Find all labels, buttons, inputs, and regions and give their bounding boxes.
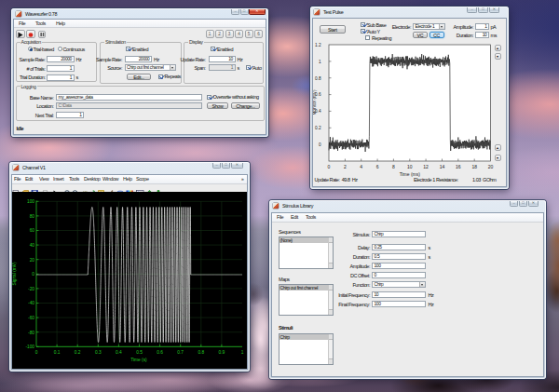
svg-text:0.5: 0.5 bbox=[136, 350, 143, 355]
svg-text:-80: -80 bbox=[28, 331, 34, 335]
svg-text:0.2: 0.2 bbox=[75, 350, 81, 355]
svg-text:0.7: 0.7 bbox=[177, 350, 184, 355]
svg-text:0.3: 0.3 bbox=[95, 350, 102, 355]
svg-text:6: 6 bbox=[376, 164, 379, 169]
svg-text:8: 8 bbox=[392, 164, 395, 169]
svg-text:0.8: 0.8 bbox=[198, 350, 204, 355]
svg-text:0: 0 bbox=[32, 272, 34, 277]
svg-text:0: 0 bbox=[328, 164, 331, 169]
svg-text:0.6: 0.6 bbox=[157, 350, 163, 355]
svg-text:0: 0 bbox=[35, 350, 38, 355]
svg-text:-40: -40 bbox=[28, 301, 34, 305]
svg-text:0.9: 0.9 bbox=[219, 350, 225, 355]
svg-text:1.2: 1.2 bbox=[315, 43, 321, 47]
svg-text:0.4: 0.4 bbox=[116, 350, 122, 355]
svg-text:1: 1 bbox=[319, 60, 321, 64]
svg-text:20: 20 bbox=[488, 164, 494, 169]
svg-text:-20: -20 bbox=[28, 287, 34, 291]
svg-text:0: 0 bbox=[319, 142, 321, 147]
svg-text:Signal (mV): Signal (mV) bbox=[12, 262, 17, 285]
svg-text:20: 20 bbox=[30, 258, 35, 263]
svg-text:-100: -100 bbox=[25, 345, 34, 349]
svg-text:Monitor (mV): Monitor (mV) bbox=[313, 89, 317, 115]
svg-text:10: 10 bbox=[407, 164, 413, 169]
svg-text:18: 18 bbox=[471, 164, 477, 169]
svg-text:40: 40 bbox=[30, 243, 35, 248]
svg-text:-60: -60 bbox=[28, 316, 34, 320]
svg-text:Time (s): Time (s) bbox=[130, 358, 147, 362]
svg-text:14: 14 bbox=[440, 164, 445, 169]
svg-text:4: 4 bbox=[360, 164, 362, 169]
svg-text:60: 60 bbox=[30, 228, 35, 233]
svg-text:12: 12 bbox=[423, 164, 429, 169]
svg-text:2: 2 bbox=[344, 164, 347, 169]
svg-text:16: 16 bbox=[456, 164, 461, 169]
svg-text:0.1: 0.1 bbox=[54, 350, 61, 355]
svg-text:0.2: 0.2 bbox=[315, 126, 321, 130]
svg-text:100: 100 bbox=[27, 199, 34, 204]
svg-text:80: 80 bbox=[30, 214, 35, 219]
svg-text:1: 1 bbox=[241, 350, 244, 355]
svg-text:0.8: 0.8 bbox=[315, 76, 321, 81]
